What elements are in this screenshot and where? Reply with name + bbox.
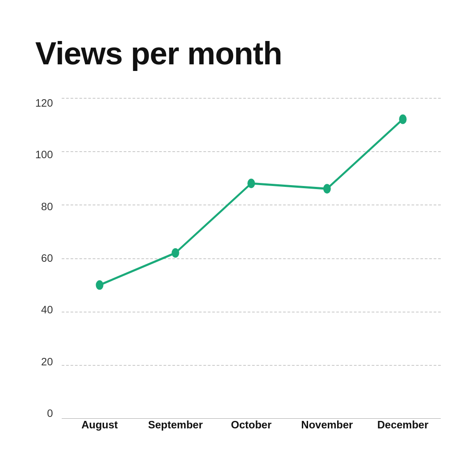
chart-area: 0 20 40 60 80 100 120	[35, 98, 441, 441]
line-chart-svg	[62, 98, 441, 419]
page-container: Views per month 0 20 40 60 80 100 120	[0, 0, 476, 476]
x-label-november: November	[301, 419, 353, 431]
data-point-inner-september	[174, 250, 178, 255]
y-label-80: 80	[41, 201, 53, 212]
x-label-august: August	[82, 419, 118, 431]
x-label-october: October	[231, 419, 271, 431]
y-axis-labels: 0 20 40 60 80 100 120	[35, 98, 62, 441]
y-label-120: 120	[35, 98, 53, 108]
data-point-inner-october	[249, 181, 253, 186]
y-label-40: 40	[41, 305, 53, 315]
data-point-inner-august	[98, 283, 102, 287]
chart-line	[100, 119, 403, 285]
data-point-inner-november	[325, 186, 329, 191]
y-label-20: 20	[41, 357, 53, 367]
y-label-100: 100	[35, 149, 53, 160]
x-axis-labels: AugustSeptemberOctoberNovemberDecember	[62, 419, 441, 441]
x-label-december: December	[377, 419, 428, 431]
chart-title: Views per month	[35, 35, 441, 71]
x-label-september: September	[148, 419, 203, 431]
data-point-inner-december	[401, 117, 405, 122]
plot-with-grid	[62, 98, 441, 419]
chart-plot-area: AugustSeptemberOctoberNovemberDecember	[62, 98, 441, 441]
y-label-60: 60	[41, 253, 53, 264]
y-label-0: 0	[47, 408, 53, 419]
